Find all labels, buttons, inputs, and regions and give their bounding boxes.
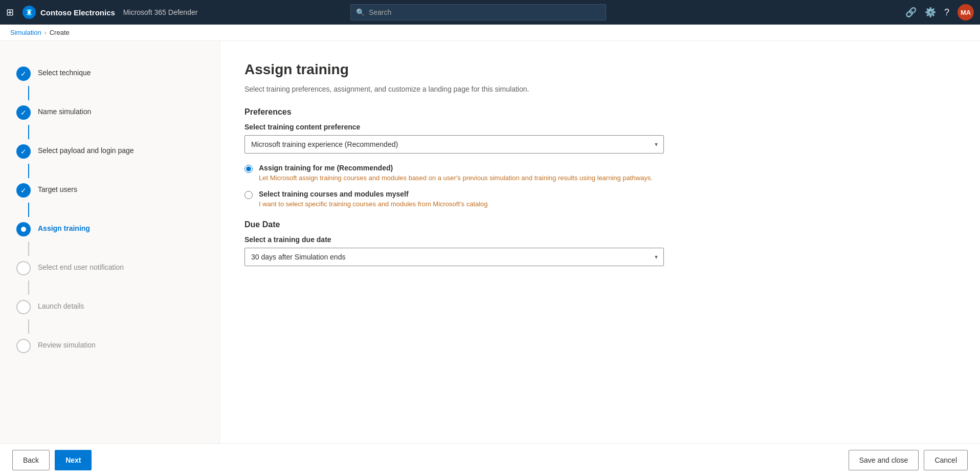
due-date-dropdown[interactable]: 30 days after Simulation ends 7 days aft… [244, 248, 664, 266]
bottom-bar-right-actions: Save and close Cancel [849, 450, 968, 470]
cancel-button[interactable]: Cancel [924, 450, 968, 470]
step-inactive-icon-7 [16, 300, 31, 314]
share-icon[interactable]: 🔗 [905, 7, 917, 18]
product-name: Microsoft 365 Defender [123, 8, 198, 16]
page-description: Select training preferences, assignment,… [244, 85, 955, 93]
step-review-simulation: Review simulation [16, 334, 203, 358]
step-end-user-notification: Select end user notification [16, 256, 203, 280]
search-bar[interactable]: 🔍 [350, 4, 606, 20]
step-check-icon-4: ✓ [16, 183, 31, 198]
step-label-2: Name simulation [38, 105, 91, 116]
radio-button-1[interactable] [244, 165, 253, 175]
step-label-7: Launch details [38, 300, 84, 310]
back-button[interactable]: Back [12, 450, 50, 470]
grid-icon[interactable]: ⊞ [6, 7, 14, 18]
step-check-icon-1: ✓ [16, 67, 31, 81]
topnav-actions: 🔗 ⚙️ ? MA [905, 4, 974, 20]
search-icon: 🔍 [356, 8, 365, 16]
contoso-logo-icon [22, 5, 36, 19]
training-content-dropdown-wrapper: Microsoft training experience (Recommend… [244, 135, 664, 154]
stepper-sidebar: ✓ Select technique ✓ Name simulation ✓ S… [0, 41, 220, 476]
step-connector-7 [28, 319, 29, 334]
help-icon[interactable]: ? [944, 7, 949, 18]
radio-1-title: Assign training for me (Recommended) [259, 164, 653, 172]
breadcrumb: Simulation › Create [0, 25, 980, 41]
step-inactive-icon-8 [16, 339, 31, 353]
step-connector-3 [28, 164, 29, 178]
step-connector-1 [28, 86, 29, 100]
breadcrumb-create: Create [50, 29, 70, 36]
step-name-simulation: ✓ Name simulation [16, 100, 203, 125]
step-select-technique: ✓ Select technique [16, 61, 203, 86]
due-date-label: Select a training due date [244, 235, 955, 244]
preferences-section-title: Preferences [244, 107, 955, 117]
main-layout: ✓ Select technique ✓ Name simulation ✓ S… [0, 41, 980, 476]
radio-2-title: Select training courses and modules myse… [259, 190, 488, 198]
top-navigation: ⊞ Contoso Electronics Microsoft 365 Defe… [0, 0, 980, 25]
due-date-dropdown-wrapper: 30 days after Simulation ends 7 days aft… [244, 248, 664, 266]
radio-option-1[interactable]: Assign training for me (Recommended) Let… [244, 164, 955, 182]
radio-button-2[interactable] [244, 191, 253, 201]
step-label-8: Review simulation [38, 339, 96, 349]
step-label-5: Assign training [38, 222, 90, 232]
step-connector-2 [28, 125, 29, 139]
breadcrumb-separator: › [44, 29, 47, 36]
step-connector-4 [28, 203, 29, 217]
breadcrumb-simulation[interactable]: Simulation [10, 29, 41, 36]
training-content-dropdown[interactable]: Microsoft training experience (Recommend… [244, 135, 664, 154]
company-name: Contoso Electronics [40, 8, 115, 17]
avatar[interactable]: MA [957, 4, 974, 20]
step-connector-5 [28, 242, 29, 256]
step-active-icon-5 [16, 222, 31, 236]
settings-icon[interactable]: ⚙️ [925, 7, 936, 18]
radio-option-2[interactable]: Select training courses and modules myse… [244, 190, 955, 208]
step-label-4: Target users [38, 183, 77, 193]
radio-2-desc: I want to select specific training cours… [259, 200, 488, 208]
content-area: Assign training Select training preferen… [220, 41, 980, 476]
page-title: Assign training [244, 61, 955, 78]
due-date-section-title: Due Date [244, 220, 955, 229]
step-select-payload: ✓ Select payload and login page [16, 139, 203, 164]
step-assign-training: Assign training [16, 217, 203, 242]
step-label-1: Select technique [38, 67, 91, 77]
step-launch-details: Launch details [16, 295, 203, 319]
training-content-label: Select training content preference [244, 123, 955, 131]
search-input[interactable] [369, 8, 600, 16]
step-check-icon-2: ✓ [16, 105, 31, 120]
step-label-3: Select payload and login page [38, 144, 134, 155]
next-button[interactable]: Next [55, 450, 92, 470]
step-check-icon-3: ✓ [16, 144, 31, 159]
svg-point-1 [28, 11, 31, 14]
radio-1-desc: Let Microsoft assign training courses an… [259, 174, 653, 182]
step-label-6: Select end user notification [38, 261, 124, 271]
step-connector-6 [28, 280, 29, 295]
save-and-close-button[interactable]: Save and close [849, 450, 919, 470]
bottom-bar: Back Next Save and close Cancel [0, 443, 980, 476]
step-target-users: ✓ Target users [16, 178, 203, 203]
app-logo[interactable]: Contoso Electronics Microsoft 365 Defend… [22, 5, 197, 19]
step-inactive-icon-6 [16, 261, 31, 275]
